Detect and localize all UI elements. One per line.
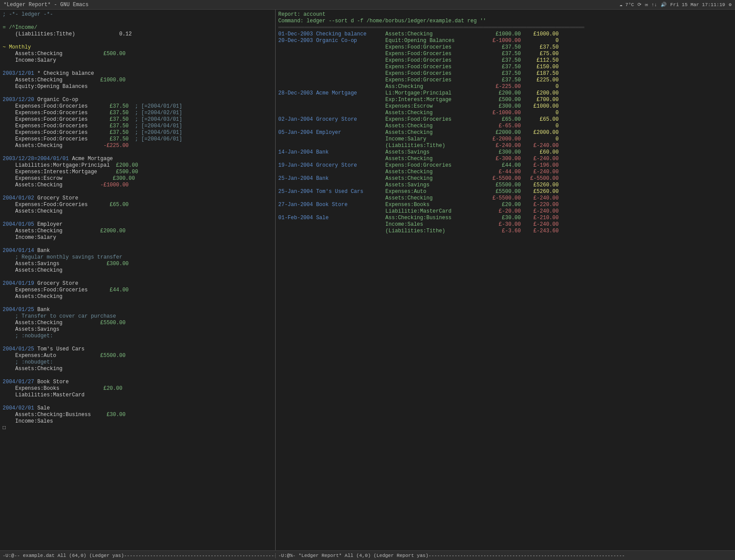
network-icon[interactable]: ↑↓ <box>651 2 657 7</box>
line-2003-12-20-g4: Expenses:Food:Groceries £37.50 ; [=2004/… <box>3 123 273 130</box>
line-2004-01-02-checking: Assets:Checking <box>3 208 273 215</box>
report-row: 27-Jan-2004 Book Store Expenses:Books £2… <box>278 202 732 208</box>
line-2004-01-05-salary: Income:Salary <box>3 234 273 241</box>
line-2004-02-01-header: 2004/02/01 Sale <box>3 405 273 412</box>
line-2003-12-20-g5: Expenses:Food:Groceries £37.50 ; [=2004/… <box>3 130 273 136</box>
report-row: 02-Jan-2004 Grocery Store Expens:Food:Gr… <box>278 116 732 123</box>
line-2004-01-19-checking: Assets:Checking <box>3 294 273 300</box>
line-2003-12-28-header: 2003/12/28=2004/01/01 Acme Mortgage <box>3 156 273 162</box>
report-row: Expens:Food:Groceries £37.50 £112.50 <box>278 57 732 64</box>
line-blank-6 <box>3 189 273 195</box>
line-2004-02-01-income-sales: Income:Sales <box>3 418 273 425</box>
volume-icon[interactable]: 🔊 <box>661 2 667 7</box>
line-ledger-header: ; -*- ledger -*- <box>3 11 273 18</box>
line-2004-01-05-checking: Assets:Checking £2000.00 <box>3 228 273 234</box>
line-blank-9 <box>3 274 273 280</box>
line-blank-11 <box>3 340 273 346</box>
report-row: Assets:Checking £-1000.00 0 <box>278 110 732 116</box>
line-2004-01-25-bank-savings: Assets:Savings <box>3 326 273 333</box>
refresh-icon[interactable]: ⟳ <box>637 2 641 7</box>
line-2004-01-02-header: 2004/01/02 Grocery Store <box>3 195 273 202</box>
report-row: Income:Sales £-30.00 £-240.00 <box>278 221 732 228</box>
report-row: 05-Jan-2004 Employer Assets:Checking £20… <box>278 130 732 136</box>
report-row: 19-Jan-2004 Grocery Store Expens:Food:Gr… <box>278 162 732 169</box>
line-2004-01-19-header: 2004/01/19 Grocery Store <box>3 280 273 287</box>
line-2003-12-20-g1: Expenses:Food:Groceries £37.50 ; [=2004/… <box>3 103 273 110</box>
line-2004-01-14-checking: Assets:Checking <box>3 267 273 274</box>
line-blank-8 <box>3 241 273 248</box>
line-2004-01-25-bank-comment: ; Transfer to cover car purchase <box>3 313 273 320</box>
line-2004-01-27-header: 2004/01/27 Book Store <box>3 379 273 385</box>
line-2003-12-28-checking: Assets:Checking -£1000.00 <box>3 182 273 189</box>
line-2003-12-01-header: 2003/12/01 * Checking balance <box>3 70 273 77</box>
line-2004-02-01-checking-biz: Assets:Checking:Business £30.00 <box>3 412 273 418</box>
report-row: Ass:Checking £-225.00 0 <box>278 84 732 90</box>
line-2003-12-28-escrow: Expenses:Escrow £300.00 <box>3 175 273 182</box>
report-row: 25-Jan-2004 Bank Assets:Checking £-5500.… <box>278 175 732 182</box>
mail-icon[interactable]: ✉ <box>645 2 648 7</box>
report-row: Expens:Food:Groceries £37.50 £225.00 <box>278 77 732 84</box>
line-blank-1 <box>3 18 273 24</box>
left-pane[interactable]: ; -*- ledger -*- = /^Income/ (Liabilitie… <box>0 10 276 550</box>
line-blank-10 <box>3 300 273 307</box>
report-label: Report: account <box>278 11 732 18</box>
line-2004-01-14-comment: ; Regular monthly savings transfer <box>3 254 273 261</box>
statusbar-right: -U:@%- *Ledger Report* All (4,0) (Ledger… <box>276 553 735 558</box>
report-row: 20-Dec-2003 Organic Co-op Equit:Opening … <box>278 38 732 44</box>
line-income-rule: = /^Income/ <box>3 24 273 31</box>
report-row: Income:Salary £-2000.00 0 <box>278 136 732 143</box>
report-row: 01-Dec-2003 Checking balance Assets:Chec… <box>278 31 732 38</box>
line-2004-01-25-cars-checking: Assets:Checking <box>3 366 273 372</box>
report-row: Assets:Checking £-300.00 £-240.00 <box>278 156 732 162</box>
line-blank-12 <box>3 372 273 379</box>
report-row: Assets:Savings £5500.00 £5260.00 <box>278 182 732 189</box>
report-row: Expens:Food:Groceries £37.50 £37.50 <box>278 44 732 51</box>
report-row: Expens:Food:Groceries £37.50 £75.00 <box>278 51 732 57</box>
line-2004-01-25-cars-nobudget: ; :nobudget: <box>3 359 273 366</box>
report-row: 01-Feb-2004 Sale Ass:Checking:Business £… <box>278 215 732 221</box>
line-2004-01-14-header: 2004/01/14 Bank <box>3 248 273 254</box>
line-2003-12-20-g2: Expenses:Food:Groceries £37.50 ; [=2004/… <box>3 110 273 116</box>
line-assets-checking-monthly: Assets:Checking £500.00 <box>3 51 273 57</box>
right-pane[interactable]: Report: account Command: ledger --sort d… <box>276 10 735 550</box>
titlebar: *Ledger Report* - GNU Emacs ☁ 7°C ⟳ ✉ ↑↓… <box>0 0 735 10</box>
statusbar-left: -U:@-- example.dat All (64,0) (Ledger ya… <box>0 553 276 558</box>
report-row: (Liabilities:Tithe) £-3.60 £-243.60 <box>278 228 732 234</box>
report-row: Assets:Checking £-65.00 0 <box>278 123 732 130</box>
line-2003-12-01-equity: Equity:Opening Balances <box>3 84 273 90</box>
weather-display: ☁ 7°C <box>620 2 634 7</box>
line-blank-5 <box>3 149 273 156</box>
line-blank-13 <box>3 399 273 405</box>
line-2003-12-20-g6: Expenses:Food:Groceries £37.50 ; [=2004/… <box>3 136 273 143</box>
report-row: Expens:Food:Groceries £37.50 £150.00 <box>278 64 732 70</box>
titlebar-right: ☁ 7°C ⟳ ✉ ↑↓ 🔊 Fri 15 Mar 17:11:19 ⚙ <box>620 2 732 7</box>
line-income-salary-monthly: Income:Salary <box>3 57 273 64</box>
settings-icon[interactable]: ⚙ <box>728 2 732 7</box>
line-2004-01-02-groceries: Expenses:Food:Groceries £65.00 <box>3 202 273 208</box>
line-blank-4 <box>3 90 273 97</box>
line-2004-01-27-mastercard: Liabilities:MasterCard <box>3 392 273 399</box>
line-monthly: ~ Monthly <box>3 44 273 51</box>
report-row: Expenses:Escrow £300.00 £1000.00 <box>278 103 732 110</box>
report-row: 28-Dec-2003 Acme Mortgage Li:Mortgage:Pr… <box>278 90 732 97</box>
line-2004-01-25-bank-checking: Assets:Checking £5500.00 <box>3 320 273 326</box>
transaction-group: 01-Dec-2003 Checking balance Assets:Chec… <box>278 31 732 234</box>
line-2003-12-20-checking: Assets:Checking -£225.00 <box>3 143 273 149</box>
report-row: (Liabilities:Tithe) £-240.00 £-240.00 <box>278 143 732 149</box>
line-2003-12-28-interest: Expenses:Interest:Mortgage £500.00 <box>3 169 273 175</box>
report-row: Assets:Checking £-44.00 £-240.00 <box>278 169 732 175</box>
line-cursor: □ <box>3 425 273 431</box>
report-command: Command: ledger --sort d -f /home/borbus… <box>278 18 732 24</box>
line-2004-01-27-books: Expenses:Books £20.00 <box>3 385 273 392</box>
line-2003-12-20-g3: Expenses:Food:Groceries £37.50 ; [=2004/… <box>3 116 273 123</box>
line-2004-01-25-bank-header: 2004/01/25 Bank <box>3 307 273 313</box>
report-separator: ════════════════════════════════════════… <box>278 24 732 31</box>
report-row: 25-Jan-2004 Tom's Used Cars Expenses:Aut… <box>278 189 732 195</box>
line-2004-01-19-groceries: Expenses:Food:Groceries £44.00 <box>3 287 273 294</box>
line-2003-12-20-header: 2003/12/20 Organic Co-op <box>3 97 273 103</box>
line-2003-12-01-checking: Assets:Checking £1000.00 <box>3 77 273 84</box>
line-blank-3 <box>3 64 273 70</box>
line-2004-01-25-cars-header: 2004/01/25 Tom's Used Cars <box>3 346 273 353</box>
report-row: Liabilitie:MasterCard £-20.00 £-240.00 <box>278 208 732 215</box>
report-row: Expens:Food:Groceries £37.50 £187.50 <box>278 70 732 77</box>
